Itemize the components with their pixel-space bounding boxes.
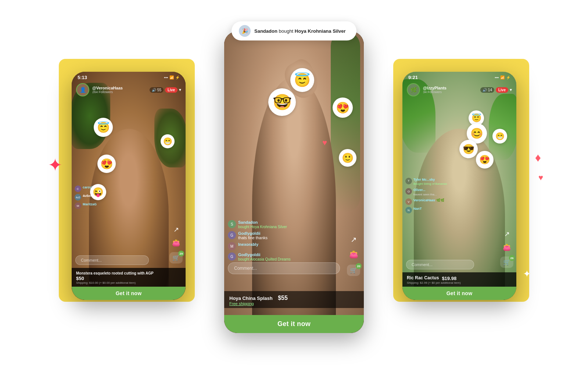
product-shipping-right: Shipping: $2.99 (+ $0 per additional ite…: [407, 281, 461, 284]
product-shipping-left: Shipping: $10.00 (+ $0.00 per additional…: [76, 281, 154, 284]
cart-badge-left: 29: [178, 251, 184, 256]
purchase-product: Hoya Krohniana Silver: [295, 28, 346, 34]
product-price-right: $19.98: [442, 276, 456, 281]
purchase-text: Sandadon bought Hoya Krohniana Silver: [254, 28, 346, 34]
status-bar-right: 9:21 ▪▪▪ 📶 ⚡: [402, 72, 516, 82]
username-left: @VeronicaHaas: [92, 86, 147, 90]
avatar-left: 👤: [76, 83, 89, 96]
wallet-icon-center[interactable]: 👛: [349, 250, 358, 259]
username-right: @IzzyPlants: [423, 86, 477, 90]
product-bar-right: Ric Rac Cactus $19.98 Shipping: $2.99 (+…: [402, 272, 516, 287]
emoji-bubble-2-center: 🤓: [268, 88, 296, 116]
comment-input-left[interactable]: Comment...: [75, 255, 149, 265]
chat-msg-godly2: bought Alocasia Quilted Dreams: [238, 257, 291, 261]
emoji-bubble-3-left: 😍: [97, 155, 116, 173]
live-info-right: @IzzyPlants 34 Followers: [423, 86, 477, 94]
heart-decoration-right: ♥: [538, 173, 543, 183]
cart-icon-left[interactable]: 🛒 29: [169, 252, 183, 263]
followers-right: 34 Followers: [423, 90, 477, 94]
emoji-bubble-4-left: 😜: [90, 184, 106, 200]
chat-username-godly1: Godlygoldii: [238, 231, 261, 236]
signal-icon: ▪▪▪: [164, 75, 168, 79]
status-icons-right: ▪▪▪ 📶 ⚡: [495, 75, 510, 79]
video-area-left: 😇 😁 😍 😜 C caroyheas 4u5 4u5erJ Yes M Mar…: [72, 99, 186, 268]
video-area-right: 😇 😊 😎 😍 😁 T Tyler Mc...sky Bought String…: [402, 99, 516, 272]
share-icon-center[interactable]: ↗: [351, 235, 357, 244]
chat-username-sandadon: Sandadon: [238, 220, 258, 224]
wifi-icon-right: 📶: [500, 75, 505, 79]
live-badge-right: Live: [496, 87, 508, 93]
product-info-left: Monstera esqueleto rooted cutting with A…: [76, 271, 154, 284]
purchase-avatar: 🎉: [239, 25, 251, 37]
status-icons-left: ▪▪▪ 📶 ⚡: [164, 75, 180, 79]
emoji-bubble-3-center: 😍: [333, 98, 353, 118]
share-icon-left[interactable]: ↗: [173, 226, 179, 234]
purchase-notification-banner: 🎉 Sandadon bought Hoya Krohniana Silver: [232, 21, 356, 40]
live-info-left: @VeronicaHaas 264 Followers: [92, 86, 147, 94]
live-badge-wrap-left: 🔊 55 Live ▾: [150, 87, 181, 93]
mic-icon: 🔊: [152, 88, 156, 92]
wallet-icon-right[interactable]: 👛: [503, 243, 511, 251]
product-price-left: $50: [76, 276, 84, 281]
avatar-right: 🌿: [407, 83, 420, 96]
chat-right: T Tyler Mc...sky Bought String of Banana…: [405, 178, 447, 216]
viewer-number-left: 55: [157, 88, 161, 92]
action-icons-center: ↗ 👛 🛒 20: [347, 235, 360, 276]
comment-input-right[interactable]: Comment...: [406, 260, 474, 269]
get-now-button-right[interactable]: Get it now: [402, 287, 516, 300]
emoji-bubble-3-right: 😎: [459, 140, 478, 158]
wallet-icon-left[interactable]: 👛: [172, 239, 180, 247]
signal-icon-right: ▪▪▪: [495, 75, 499, 79]
emoji-bubble-1-center: 😇: [290, 68, 314, 92]
viewer-number-right: 14: [488, 88, 492, 92]
followers-left: 264 Followers: [92, 90, 147, 94]
chat-username-godly2: Godlygoldii: [238, 252, 261, 257]
star-decoration-left: ✦: [48, 155, 62, 175]
get-now-button-left[interactable]: Get it now: [72, 287, 186, 300]
product-bar-center: Hoya China Splash $55 Free shipping: [224, 291, 364, 308]
star-decoration-right-top: ♦: [535, 151, 541, 164]
cart-badge-center: 20: [356, 263, 362, 269]
live-badge-wrap-right: 🔊 14 Live ▾: [480, 87, 512, 93]
cart-badge-right: 26: [509, 255, 515, 261]
live-badge-left: Live: [165, 87, 178, 93]
emoji-bubble-4-right: 😍: [476, 151, 494, 169]
emoji-bubble-5-right: 😁: [492, 129, 507, 144]
phone-left: 5:13 ▪▪▪ 📶 ⚡ 👤 @VeronicaHaas 264 Followe…: [72, 72, 186, 300]
share-icon-right[interactable]: ↗: [504, 230, 510, 238]
action-icons-right: ↗ 👛 🛒 26: [500, 230, 513, 268]
chevron-icon-left: ▾: [179, 87, 181, 92]
product-price-center: $55: [278, 295, 288, 301]
product-name-left: Monstera esqueleto rooted cutting with A…: [76, 271, 154, 276]
cart-icon-right[interactable]: 🛒 26: [500, 256, 513, 268]
chat-msg-godly1: thats fine thanks: [238, 236, 268, 240]
mic-icon-right: 🔊: [483, 88, 487, 92]
sparkle-right-bottom: ✦: [523, 268, 531, 280]
phone-right: 9:21 ▪▪▪ 📶 ⚡ 🌿 @IzzyPlants 34 Followers …: [402, 72, 516, 300]
battery-icon: ⚡: [175, 75, 180, 79]
product-name-center: Hoya China Splash $55: [229, 295, 288, 301]
status-bar-left: 5:13 ▪▪▪ 📶 ⚡: [72, 72, 186, 82]
viewer-count-left: 🔊 55: [150, 87, 164, 93]
emoji-bubble-2-left: 😁: [161, 134, 175, 148]
purchase-username: Sandadon: [254, 28, 277, 34]
action-icons-left: ↗ 👛 🛒 29: [169, 226, 183, 263]
chevron-icon-right: ▾: [510, 87, 512, 92]
heart-float-center: ♥: [322, 138, 327, 148]
wifi-icon: 📶: [169, 75, 174, 79]
product-shipping-center: Free shipping: [229, 301, 288, 306]
comment-input-center[interactable]: Comment...: [228, 262, 340, 274]
product-name-right: Ric Rac Cactus: [407, 275, 439, 281]
battery-icon-right: ⚡: [506, 75, 510, 79]
emoji-bubble-4-center: 🙂: [339, 149, 356, 167]
phone-center: 😇 🤓 😍 🙂 ♥ S Sandadon bought Hoya Krohnia…: [224, 31, 364, 333]
live-header-left: 👤 @VeronicaHaas 264 Followers 🔊 55 Live …: [72, 82, 186, 99]
chat-msg-sandadon: bought Hoya Krohniana Silver: [238, 225, 287, 229]
live-header-right: 🌿 @IzzyPlants 34 Followers 🔊 14 Live ▾: [402, 82, 516, 99]
viewer-count-right: 🔊 14: [480, 87, 494, 93]
chat-center: S Sandadon bought Hoya Krohniana Silver …: [228, 220, 342, 261]
product-bar-left: Monstera esqueleto rooted cutting with A…: [72, 268, 186, 287]
get-now-button-center[interactable]: Get it now: [224, 315, 364, 333]
emoji-bubble-1-left: 😇: [94, 118, 113, 137]
cart-icon-center[interactable]: 🛒 20: [347, 265, 360, 276]
